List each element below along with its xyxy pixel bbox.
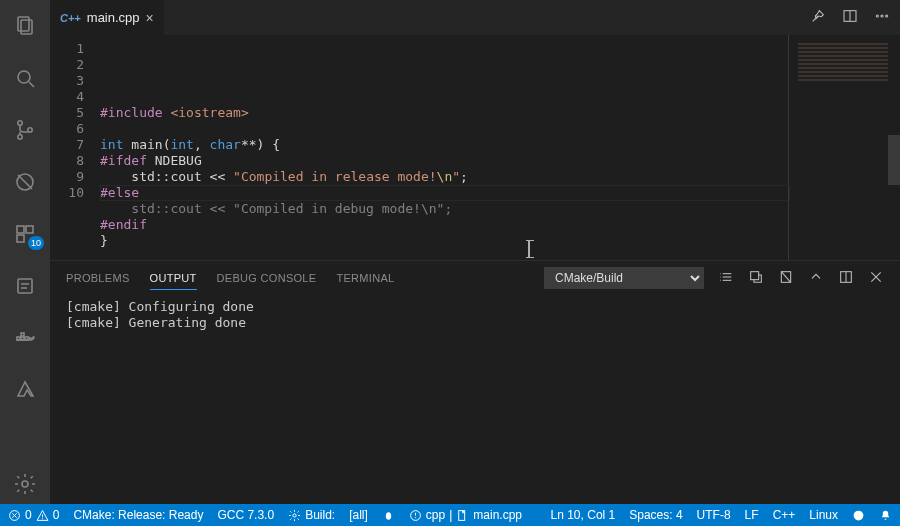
status-bell-icon[interactable] <box>879 509 892 522</box>
status-cmake[interactable]: CMake: Release: Ready <box>73 508 203 522</box>
svg-rect-8 <box>17 226 24 233</box>
panel-tab-output[interactable]: OUTPUT <box>150 272 197 290</box>
editor-ruler <box>788 35 789 260</box>
status-indent[interactable]: Spaces: 4 <box>629 508 682 522</box>
extensions-icon[interactable]: 10 <box>0 214 50 254</box>
code-line[interactable]: #include <iostream> <box>100 105 900 121</box>
minimap[interactable] <box>798 41 888 81</box>
status-cursor-position[interactable]: Ln 10, Col 1 <box>551 508 616 522</box>
status-encoding[interactable]: UTF-8 <box>697 508 731 522</box>
line-number: 6 <box>50 121 84 137</box>
code-line[interactable] <box>100 249 900 260</box>
svg-rect-9 <box>26 226 33 233</box>
panel-tab-problems[interactable]: PROBLEMS <box>66 272 130 284</box>
svg-rect-30 <box>751 272 759 280</box>
search-icon[interactable] <box>0 58 50 98</box>
svg-point-6 <box>28 128 32 132</box>
svg-point-41 <box>293 513 296 516</box>
line-number: 10 <box>50 185 84 201</box>
status-bar: 0 0 CMake: Release: Ready GCC 7.3.0 Buil… <box>0 504 900 526</box>
editor-tab-bar: C++ main.cpp × <box>50 0 900 35</box>
code-editor[interactable]: 12345678910 #include <iostream>int main(… <box>50 35 900 260</box>
code-line[interactable]: #endif <box>100 217 900 233</box>
maximize-panel-icon[interactable] <box>838 269 854 287</box>
tab-close-icon[interactable]: × <box>146 10 154 26</box>
svg-rect-1 <box>21 20 32 34</box>
status-feedback-icon[interactable] <box>852 509 865 522</box>
split-editor-icon[interactable] <box>842 8 858 28</box>
code-line[interactable]: #ifdef NDEBUG <box>100 153 900 169</box>
svg-point-18 <box>22 481 28 487</box>
explorer-icon[interactable] <box>0 6 50 46</box>
svg-point-22 <box>881 14 883 16</box>
clear-output-icon[interactable] <box>778 269 794 287</box>
status-errors[interactable]: 0 0 <box>8 508 59 522</box>
pin-icon[interactable] <box>810 8 826 28</box>
panel-tab-bar: PROBLEMS OUTPUT DEBUG CONSOLE TERMINAL C… <box>50 261 900 295</box>
code-line[interactable]: std::cout << "Compiled in debug mode!\n"… <box>100 201 900 217</box>
output-line: [cmake] Generating done <box>66 315 884 331</box>
output-channel-select[interactable]: CMake/Build <box>544 267 704 289</box>
line-number: 8 <box>50 153 84 169</box>
status-language[interactable]: C++ <box>773 508 796 522</box>
status-platform[interactable]: Linux <box>809 508 838 522</box>
cpp-file-icon: C++ <box>60 12 81 24</box>
svg-rect-17 <box>21 333 24 336</box>
line-number-gutter: 12345678910 <box>50 35 100 260</box>
svg-rect-11 <box>18 279 32 293</box>
editor-tab-main-cpp[interactable]: C++ main.cpp × <box>50 0 165 35</box>
docker-icon[interactable] <box>0 318 50 358</box>
sidebar-item-icon-a[interactable] <box>0 266 50 306</box>
line-number: 3 <box>50 73 84 89</box>
settings-icon[interactable] <box>0 464 50 504</box>
collapse-panel-icon[interactable] <box>808 269 824 287</box>
azure-icon[interactable] <box>0 370 50 410</box>
svg-point-52 <box>854 510 864 520</box>
svg-point-2 <box>18 71 30 83</box>
svg-point-21 <box>876 14 878 16</box>
more-icon[interactable] <box>874 8 890 28</box>
status-build-target[interactable]: [all] <box>349 508 368 522</box>
svg-point-54 <box>860 513 861 514</box>
svg-rect-10 <box>17 235 24 242</box>
svg-point-42 <box>386 512 391 520</box>
line-number: 2 <box>50 57 84 73</box>
debug-icon[interactable] <box>0 162 50 202</box>
code-line[interactable]: int main(int, char**) { <box>100 137 900 153</box>
panel-tab-terminal[interactable]: TERMINAL <box>336 272 394 284</box>
line-number: 5 <box>50 105 84 121</box>
source-control-icon[interactable] <box>0 110 50 150</box>
activity-bar: 10 <box>0 0 50 504</box>
line-number: 4 <box>50 89 84 105</box>
close-panel-icon[interactable] <box>868 269 884 287</box>
tab-filename: main.cpp <box>87 10 140 25</box>
svg-point-4 <box>18 121 22 125</box>
scrollbar-thumb[interactable] <box>888 135 900 185</box>
code-line[interactable] <box>100 121 900 137</box>
extensions-badge: 10 <box>28 236 44 250</box>
status-debug-icon[interactable] <box>382 509 395 522</box>
status-build[interactable]: Build: <box>288 508 335 522</box>
status-context[interactable]: cpp | main.cpp <box>409 508 522 522</box>
status-eol[interactable]: LF <box>745 508 759 522</box>
current-line-highlight <box>100 185 790 201</box>
text-cursor-icon <box>528 241 530 257</box>
svg-point-5 <box>18 135 22 139</box>
code-line[interactable]: std::cout << "Compiled in release mode!\… <box>100 169 900 185</box>
panel-tab-debug-console[interactable]: DEBUG CONSOLE <box>217 272 317 284</box>
bottom-panel: PROBLEMS OUTPUT DEBUG CONSOLE TERMINAL C… <box>50 260 900 504</box>
svg-line-46 <box>391 517 393 518</box>
output-line: [cmake] Configuring done <box>66 299 884 315</box>
list-icon[interactable] <box>718 269 734 287</box>
svg-line-45 <box>384 517 386 518</box>
svg-point-40 <box>42 518 43 519</box>
svg-line-3 <box>29 82 34 87</box>
open-log-icon[interactable] <box>748 269 764 287</box>
status-compiler[interactable]: GCC 7.3.0 <box>217 508 274 522</box>
line-number: 9 <box>50 169 84 185</box>
line-number: 7 <box>50 137 84 153</box>
output-body[interactable]: [cmake] Configuring done[cmake] Generati… <box>50 295 900 504</box>
code-line[interactable]: } <box>100 233 900 249</box>
svg-point-50 <box>415 517 416 518</box>
line-number: 1 <box>50 41 84 57</box>
